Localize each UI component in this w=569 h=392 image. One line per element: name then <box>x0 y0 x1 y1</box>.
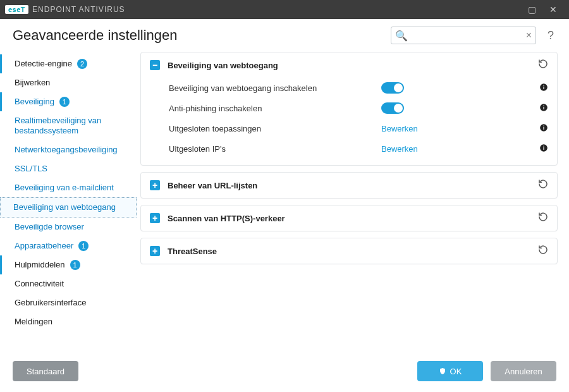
setting-row-web-access-enable: Beveiliging van webtoegang inschakelen <box>169 78 548 98</box>
button-label: OK <box>450 367 462 376</box>
panel-url-lijsten[interactable]: + Beheer van URL-lijsten <box>140 172 558 199</box>
svg-rect-10 <box>543 147 544 149</box>
sidebar-item-meldingen[interactable]: Meldingen <box>0 312 137 331</box>
button-label: Standaard <box>27 367 64 376</box>
footer: Standaard OK Annuleren <box>0 353 569 389</box>
sidebar: Detectie-engine 2 Bijwerken Beveiliging … <box>0 49 137 353</box>
sidebar-badge: 1 <box>59 97 70 107</box>
content: − Beveiliging van webtoegang Beveiliging… <box>137 49 569 353</box>
sidebar-item-apparaatbeheer[interactable]: Apparaatbeheer 1 <box>0 236 137 255</box>
info-icon[interactable] <box>533 144 548 154</box>
expand-icon[interactable]: + <box>150 180 160 190</box>
info-icon[interactable] <box>533 83 548 94</box>
search-icon: 🔍 <box>395 30 408 42</box>
sidebar-item-connectiviteit[interactable]: Connectiviteit <box>0 274 137 293</box>
sidebar-item-netwerktoegangsbeveiliging[interactable]: Netwerktoegangsbeveiliging <box>0 140 137 159</box>
sidebar-item-beveiligde-browser[interactable]: Beveiligde browser <box>0 217 137 236</box>
title-bar: eseT ENDPOINT ANTIVIRUS ▢ ✕ <box>0 0 569 19</box>
sidebar-badge: 1 <box>78 241 89 251</box>
collapse-icon[interactable]: − <box>150 60 160 70</box>
panel-http-verkeer[interactable]: + Scannen van HTTP(S)-verkeer <box>140 205 558 231</box>
window-maximize-button[interactable]: ▢ <box>521 4 542 15</box>
reset-icon[interactable] <box>538 179 548 192</box>
panel-title: ThreatSense <box>168 247 530 256</box>
button-label: Annuleren <box>505 367 542 376</box>
default-button[interactable]: Standaard <box>13 361 78 381</box>
reset-icon[interactable] <box>538 212 548 224</box>
setting-row-excluded-ips: Uitgesloten IP's Bewerken <box>169 138 548 159</box>
panel-threatsense[interactable]: + ThreatSense <box>140 238 558 264</box>
window-close-button[interactable]: ✕ <box>542 4 564 15</box>
toggle-anti-phishing[interactable] <box>381 102 404 114</box>
sidebar-item-detectie-engine[interactable]: Detectie-engine 2 <box>0 54 137 73</box>
sidebar-item-gebruikersinterface[interactable]: Gebruikersinterface <box>0 293 137 312</box>
sidebar-badge: 1 <box>70 260 80 270</box>
sidebar-item-label: SSL/TLS <box>15 164 47 174</box>
svg-rect-7 <box>543 126 544 129</box>
panel-beveiliging-webtoegang: − Beveiliging van webtoegang Beveiliging… <box>140 52 558 166</box>
svg-rect-4 <box>543 106 544 109</box>
brand: eseT ENDPOINT ANTIVIRUS <box>5 5 125 14</box>
shield-icon <box>439 367 446 375</box>
reset-icon[interactable] <box>538 245 548 257</box>
sidebar-item-label: Beveiliging van webtoegang <box>13 202 116 212</box>
info-icon[interactable] <box>533 103 548 114</box>
sidebar-item-hulpmiddelen[interactable]: Hulpmiddelen 1 <box>0 255 137 274</box>
reset-icon[interactable] <box>538 59 548 71</box>
svg-rect-8 <box>543 125 544 126</box>
header: Geavanceerde instellingen 🔍 × ? <box>0 19 569 49</box>
brand-text: ENDPOINT ANTIVIRUS <box>32 5 125 14</box>
search-input[interactable] <box>410 31 526 40</box>
svg-rect-5 <box>543 105 544 106</box>
sidebar-item-label: Beveiligde browser <box>15 222 84 232</box>
search-clear-icon[interactable]: × <box>526 30 532 41</box>
sidebar-item-beveiliging[interactable]: Beveiliging 1 <box>0 92 137 111</box>
help-button[interactable]: ? <box>545 29 556 42</box>
setting-label: Uitgesloten toepassingen <box>169 124 381 133</box>
sidebar-item-label: Apparaatbeheer <box>15 241 73 251</box>
edit-excluded-ips-link[interactable]: Bewerken <box>381 144 418 154</box>
svg-rect-2 <box>543 85 544 85</box>
page-title: Geavanceerde instellingen <box>13 27 382 44</box>
sidebar-item-beveiliging-webtoegang[interactable]: Beveiliging van webtoegang <box>0 197 137 217</box>
brand-mark: eseT <box>5 5 28 14</box>
info-icon[interactable] <box>533 123 548 134</box>
setting-row-excluded-apps: Uitgesloten toepassingen Bewerken <box>169 118 548 138</box>
sidebar-item-label: Bijwerken <box>15 78 50 88</box>
sidebar-item-label: Gebruikersinterface <box>15 298 86 308</box>
expand-icon[interactable]: + <box>150 213 160 223</box>
sidebar-item-label: Netwerktoegangsbeveiliging <box>15 145 118 155</box>
setting-label: Beveiliging van webtoegang inschakelen <box>169 83 381 93</box>
panel-title: Scannen van HTTP(S)-verkeer <box>168 214 530 223</box>
search-field[interactable]: 🔍 × <box>391 27 536 44</box>
cancel-button[interactable]: Annuleren <box>491 361 556 381</box>
sidebar-item-label: Detectie-engine <box>15 59 72 69</box>
svg-rect-1 <box>543 86 544 89</box>
sidebar-item-realtimebeveiliging[interactable]: Realtimebeveiliging van bestandssysteem <box>0 111 137 140</box>
sidebar-item-label: Meldingen <box>15 317 52 327</box>
sidebar-item-bijwerken[interactable]: Bijwerken <box>0 73 137 92</box>
sidebar-badge: 2 <box>77 59 87 69</box>
sidebar-item-beveiliging-emailclient[interactable]: Beveiliging van e-mailclient <box>0 178 137 197</box>
sidebar-item-label: Beveiliging <box>15 97 54 107</box>
toggle-web-access-enable[interactable] <box>381 82 404 94</box>
panel-title: Beveiliging van webtoegang <box>168 61 530 70</box>
sidebar-item-ssl-tls[interactable]: SSL/TLS <box>0 159 137 178</box>
setting-label: Anti-phishing inschakelen <box>169 104 381 113</box>
ok-button[interactable]: OK <box>417 361 483 381</box>
panel-title: Beheer van URL-lijsten <box>168 181 530 190</box>
sidebar-item-label: Connectiviteit <box>15 279 64 289</box>
sidebar-item-label: Hulpmiddelen <box>15 260 65 270</box>
sidebar-item-label: Realtimebeveiliging van bestandssysteem <box>15 116 128 136</box>
expand-icon[interactable]: + <box>150 246 160 256</box>
svg-rect-11 <box>543 145 544 146</box>
edit-excluded-apps-link[interactable]: Bewerken <box>381 124 418 133</box>
setting-row-anti-phishing: Anti-phishing inschakelen <box>169 98 548 118</box>
setting-label: Uitgesloten IP's <box>169 144 381 154</box>
sidebar-item-label: Beveiliging van e-mailclient <box>15 183 114 193</box>
